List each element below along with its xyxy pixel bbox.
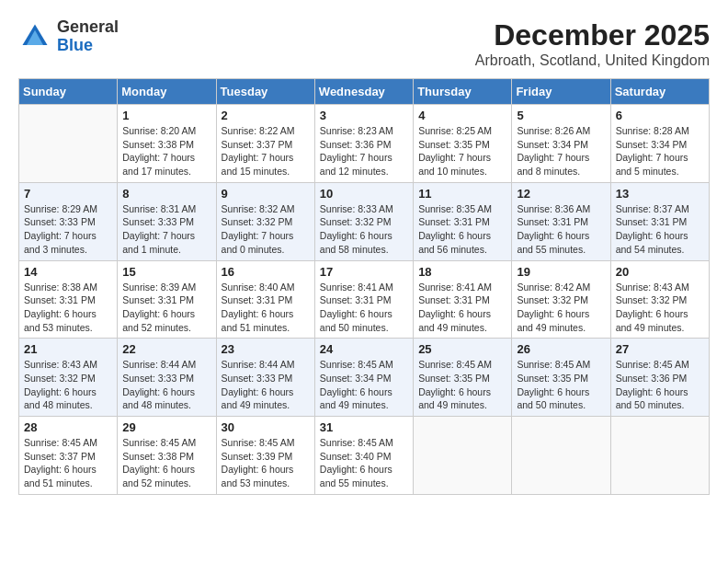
calendar-cell: 2Sunrise: 8:22 AM Sunset: 3:37 PM Daylig…	[216, 105, 314, 183]
day-info: Sunrise: 8:41 AM Sunset: 3:31 PM Dayligh…	[320, 281, 408, 335]
page-header: General Blue December 2025 Arbroath, Sco…	[18, 18, 710, 69]
weekday-header-wednesday: Wednesday	[314, 79, 413, 105]
calendar-cell: 1Sunrise: 8:20 AM Sunset: 3:38 PM Daylig…	[118, 105, 216, 183]
day-info: Sunrise: 8:45 AM Sunset: 3:36 PM Dayligh…	[616, 358, 704, 412]
day-info: Sunrise: 8:31 AM Sunset: 3:33 PM Dayligh…	[122, 202, 210, 257]
day-number: 1	[122, 109, 210, 122]
day-info: Sunrise: 8:23 AM Sunset: 3:36 PM Dayligh…	[320, 124, 408, 178]
logo: General Blue	[18, 18, 119, 55]
day-number: 22	[122, 342, 210, 356]
calendar-week-4: 21Sunrise: 8:43 AM Sunset: 3:32 PM Dayli…	[19, 339, 710, 417]
day-number: 27	[616, 342, 704, 356]
day-number: 9	[222, 187, 310, 201]
calendar-cell: 6Sunrise: 8:28 AM Sunset: 3:34 PM Daylig…	[610, 105, 709, 183]
calendar-cell: 25Sunrise: 8:45 AM Sunset: 3:35 PM Dayli…	[414, 339, 512, 417]
calendar-cell: 8Sunrise: 8:31 AM Sunset: 3:33 PM Daylig…	[118, 182, 216, 260]
day-number: 28	[24, 420, 112, 434]
day-number: 16	[222, 265, 310, 279]
calendar-cell	[414, 417, 512, 495]
day-info: Sunrise: 8:43 AM Sunset: 3:32 PM Dayligh…	[616, 281, 704, 335]
day-info: Sunrise: 8:45 AM Sunset: 3:35 PM Dayligh…	[517, 358, 605, 412]
day-info: Sunrise: 8:40 AM Sunset: 3:31 PM Dayligh…	[222, 281, 310, 335]
calendar-cell: 27Sunrise: 8:45 AM Sunset: 3:36 PM Dayli…	[610, 339, 709, 417]
calendar-table: SundayMondayTuesdayWednesdayThursdayFrid…	[18, 78, 710, 495]
day-number: 25	[418, 342, 506, 356]
day-number: 21	[24, 342, 112, 356]
calendar-cell: 20Sunrise: 8:43 AM Sunset: 3:32 PM Dayli…	[610, 260, 709, 339]
day-info: Sunrise: 8:38 AM Sunset: 3:31 PM Dayligh…	[24, 281, 112, 335]
day-number: 26	[517, 342, 605, 356]
day-number: 12	[517, 187, 605, 201]
day-number: 7	[24, 187, 112, 201]
calendar-cell: 12Sunrise: 8:36 AM Sunset: 3:31 PM Dayli…	[512, 182, 610, 260]
day-info: Sunrise: 8:45 AM Sunset: 3:37 PM Dayligh…	[24, 436, 112, 490]
weekday-header-friday: Friday	[512, 79, 610, 105]
calendar-cell: 15Sunrise: 8:39 AM Sunset: 3:31 PM Dayli…	[118, 260, 216, 339]
day-number: 23	[222, 342, 310, 356]
calendar-cell: 11Sunrise: 8:35 AM Sunset: 3:31 PM Dayli…	[414, 182, 512, 260]
title-block: December 2025 Arbroath, Scotland, United…	[475, 18, 710, 69]
location: Arbroath, Scotland, United Kingdom	[475, 52, 710, 69]
day-info: Sunrise: 8:39 AM Sunset: 3:31 PM Dayligh…	[122, 281, 210, 335]
day-number: 5	[517, 109, 605, 122]
day-info: Sunrise: 8:28 AM Sunset: 3:34 PM Dayligh…	[616, 124, 704, 178]
day-number: 3	[320, 109, 408, 122]
day-info: Sunrise: 8:26 AM Sunset: 3:34 PM Dayligh…	[517, 124, 605, 178]
day-info: Sunrise: 8:43 AM Sunset: 3:32 PM Dayligh…	[24, 358, 112, 412]
day-info: Sunrise: 8:45 AM Sunset: 3:38 PM Dayligh…	[122, 436, 210, 490]
day-number: 10	[320, 187, 408, 201]
day-info: Sunrise: 8:32 AM Sunset: 3:32 PM Dayligh…	[222, 202, 310, 257]
calendar-cell: 7Sunrise: 8:29 AM Sunset: 3:33 PM Daylig…	[19, 182, 118, 260]
calendar-week-3: 14Sunrise: 8:38 AM Sunset: 3:31 PM Dayli…	[19, 260, 710, 339]
calendar-cell: 18Sunrise: 8:41 AM Sunset: 3:31 PM Dayli…	[414, 260, 512, 339]
calendar-cell: 4Sunrise: 8:25 AM Sunset: 3:35 PM Daylig…	[414, 105, 512, 183]
calendar-cell	[610, 417, 709, 495]
calendar-cell: 21Sunrise: 8:43 AM Sunset: 3:32 PM Dayli…	[19, 339, 118, 417]
day-number: 29	[122, 420, 210, 434]
day-info: Sunrise: 8:37 AM Sunset: 3:31 PM Dayligh…	[616, 202, 704, 257]
calendar-cell: 3Sunrise: 8:23 AM Sunset: 3:36 PM Daylig…	[314, 105, 413, 183]
day-number: 4	[418, 109, 506, 122]
calendar-cell: 23Sunrise: 8:44 AM Sunset: 3:33 PM Dayli…	[216, 339, 314, 417]
weekday-header-monday: Monday	[118, 79, 216, 105]
weekday-header-tuesday: Tuesday	[216, 79, 314, 105]
calendar-cell: 28Sunrise: 8:45 AM Sunset: 3:37 PM Dayli…	[19, 417, 118, 495]
day-info: Sunrise: 8:44 AM Sunset: 3:33 PM Dayligh…	[222, 358, 310, 412]
calendar-cell: 17Sunrise: 8:41 AM Sunset: 3:31 PM Dayli…	[314, 260, 413, 339]
day-info: Sunrise: 8:22 AM Sunset: 3:37 PM Dayligh…	[222, 124, 310, 178]
day-info: Sunrise: 8:42 AM Sunset: 3:32 PM Dayligh…	[517, 281, 605, 335]
day-info: Sunrise: 8:25 AM Sunset: 3:35 PM Dayligh…	[418, 124, 506, 178]
calendar-cell: 5Sunrise: 8:26 AM Sunset: 3:34 PM Daylig…	[512, 105, 610, 183]
calendar-cell: 9Sunrise: 8:32 AM Sunset: 3:32 PM Daylig…	[216, 182, 314, 260]
day-number: 17	[320, 265, 408, 279]
calendar-week-1: 1Sunrise: 8:20 AM Sunset: 3:38 PM Daylig…	[19, 105, 710, 183]
day-info: Sunrise: 8:44 AM Sunset: 3:33 PM Dayligh…	[122, 358, 210, 412]
day-info: Sunrise: 8:29 AM Sunset: 3:33 PM Dayligh…	[24, 202, 112, 257]
logo-text: General Blue	[57, 18, 119, 55]
calendar-cell: 29Sunrise: 8:45 AM Sunset: 3:38 PM Dayli…	[118, 417, 216, 495]
day-number: 11	[418, 187, 506, 201]
day-info: Sunrise: 8:45 AM Sunset: 3:40 PM Dayligh…	[320, 436, 408, 490]
day-number: 6	[616, 109, 704, 122]
calendar-cell: 14Sunrise: 8:38 AM Sunset: 3:31 PM Dayli…	[19, 260, 118, 339]
weekday-header-row: SundayMondayTuesdayWednesdayThursdayFrid…	[19, 79, 710, 105]
calendar-cell	[19, 105, 118, 183]
day-number: 15	[122, 265, 210, 279]
calendar-cell: 16Sunrise: 8:40 AM Sunset: 3:31 PM Dayli…	[216, 260, 314, 339]
calendar-cell: 24Sunrise: 8:45 AM Sunset: 3:34 PM Dayli…	[314, 339, 413, 417]
day-number: 24	[320, 342, 408, 356]
day-number: 30	[222, 420, 310, 434]
calendar-cell: 30Sunrise: 8:45 AM Sunset: 3:39 PM Dayli…	[216, 417, 314, 495]
day-info: Sunrise: 8:35 AM Sunset: 3:31 PM Dayligh…	[418, 202, 506, 257]
day-number: 31	[320, 420, 408, 434]
day-info: Sunrise: 8:41 AM Sunset: 3:31 PM Dayligh…	[418, 281, 506, 335]
weekday-header-thursday: Thursday	[414, 79, 512, 105]
calendar-cell: 22Sunrise: 8:44 AM Sunset: 3:33 PM Dayli…	[118, 339, 216, 417]
day-number: 13	[616, 187, 704, 201]
day-info: Sunrise: 8:45 AM Sunset: 3:39 PM Dayligh…	[222, 436, 310, 490]
day-number: 18	[418, 265, 506, 279]
day-info: Sunrise: 8:45 AM Sunset: 3:34 PM Dayligh…	[320, 358, 408, 412]
calendar-cell	[512, 417, 610, 495]
weekday-header-saturday: Saturday	[610, 79, 709, 105]
calendar-cell: 10Sunrise: 8:33 AM Sunset: 3:32 PM Dayli…	[314, 182, 413, 260]
